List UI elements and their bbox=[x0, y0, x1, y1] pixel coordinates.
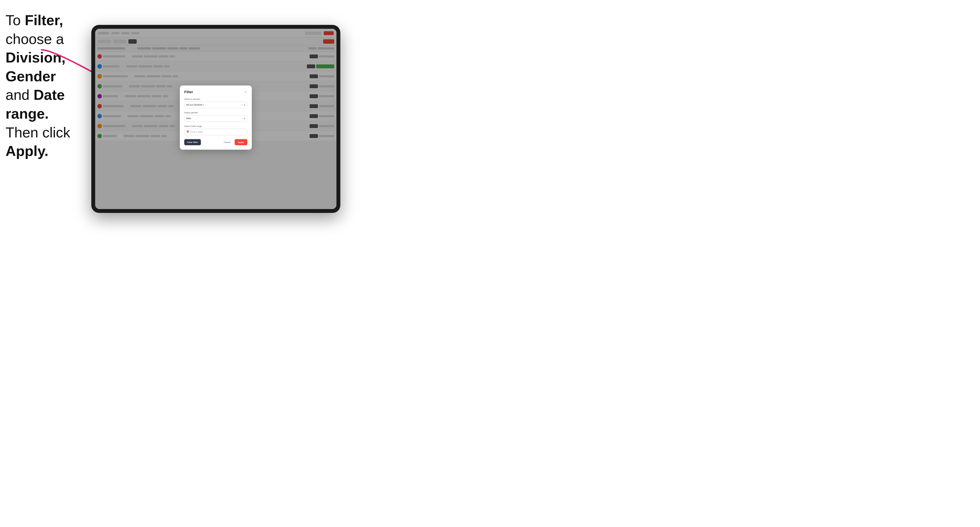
bold-apply: Apply. bbox=[6, 143, 48, 159]
apply-button[interactable]: Apply bbox=[235, 139, 247, 145]
gender-arrow-up bbox=[244, 117, 245, 118]
division-label: Select a division bbox=[184, 98, 247, 100]
division-select[interactable]: NCAA Division I × bbox=[184, 102, 247, 108]
bold-division-gender: Division, Gender bbox=[6, 49, 65, 84]
date-label: Select Date range bbox=[184, 125, 247, 127]
gender-arrow-down bbox=[244, 119, 245, 119]
gender-select-controls: × bbox=[241, 117, 245, 120]
modal-close-button[interactable]: × bbox=[243, 90, 247, 94]
filter-modal: Filter × Select a division NCAA Division… bbox=[180, 86, 252, 149]
modal-header: Filter × bbox=[184, 90, 247, 94]
tablet-screen: Filter × Select a division NCAA Division… bbox=[95, 29, 336, 209]
gender-field-group: Select gender Men × bbox=[184, 111, 247, 122]
division-select-controls: × bbox=[241, 103, 245, 106]
division-select-value: NCAA Division I bbox=[186, 103, 241, 106]
gender-select-value: Men bbox=[186, 117, 241, 120]
division-arrow-up bbox=[244, 104, 245, 105]
cancel-button[interactable]: Cancel bbox=[222, 139, 233, 145]
division-clear-icon[interactable]: × bbox=[241, 103, 243, 106]
clear-filter-button[interactable]: Clear filter bbox=[184, 139, 201, 145]
modal-title: Filter bbox=[184, 90, 193, 94]
date-placeholder: Pick a date bbox=[191, 130, 203, 133]
division-arrows bbox=[244, 104, 245, 106]
instruction-text: To Filter, choose a Division, Gender and… bbox=[6, 11, 91, 160]
division-field-group: Select a division NCAA Division I × bbox=[184, 98, 247, 108]
division-arrow-down bbox=[244, 105, 245, 106]
calendar-icon: 📅 bbox=[186, 130, 189, 133]
modal-footer: Clear filter Cancel Apply bbox=[184, 139, 247, 145]
gender-clear-icon[interactable]: × bbox=[241, 117, 243, 120]
date-field-group: Select Date range 📅 Pick a date bbox=[184, 125, 247, 135]
bold-date-range: Date range. bbox=[6, 87, 65, 122]
tablet-device: Filter × Select a division NCAA Division… bbox=[91, 25, 340, 213]
gender-label: Select gender bbox=[184, 111, 247, 114]
gender-arrows bbox=[244, 117, 245, 119]
date-input[interactable]: 📅 Pick a date bbox=[184, 129, 247, 135]
modal-footer-right: Cancel Apply bbox=[222, 139, 247, 145]
bold-filter: Filter, bbox=[25, 12, 63, 28]
gender-select[interactable]: Men × bbox=[184, 115, 247, 122]
